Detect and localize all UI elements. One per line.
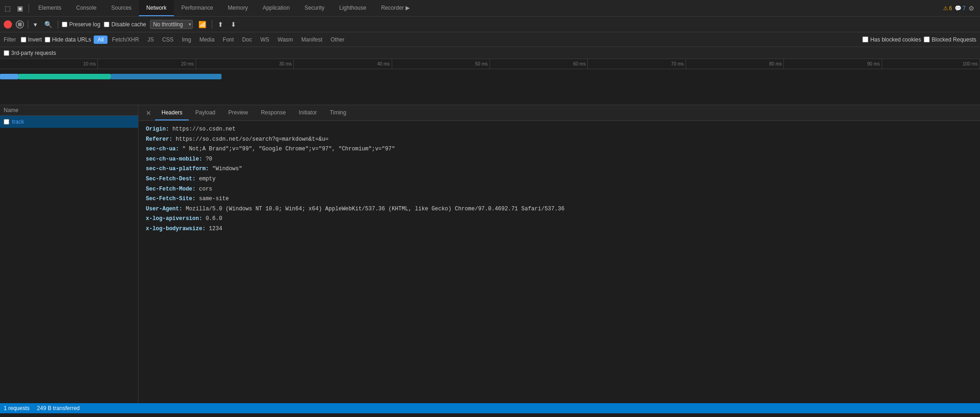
- header-value: https://so.csdn.net/so/search?q=markdown…: [173, 135, 329, 145]
- header-value: " Not;A Brand";v="99", "Google Chrome";v…: [179, 144, 395, 155]
- headers-content: Origin: https://so.csdn.netReferer: http…: [138, 121, 980, 403]
- network-toolbar: ▾ 🔍 Preserve log Disable cache No thrott…: [0, 17, 980, 32]
- type-tab-fetchxhr[interactable]: Fetch/XHR: [108, 36, 143, 44]
- main-tabs: Elements Console Sources Network Perform…: [31, 0, 943, 16]
- tab-application[interactable]: Application: [255, 0, 297, 16]
- toolbar-separator-3: [212, 20, 212, 29]
- header-value: 0.6.0: [202, 214, 222, 224]
- search-icon[interactable]: 🔍: [42, 20, 54, 29]
- header-line: Sec-Fetch-Dest: empty: [146, 174, 973, 185]
- type-tab-font[interactable]: Font: [219, 36, 238, 44]
- tick-50ms: 50 ms: [392, 59, 490, 69]
- filter-icon[interactable]: ▾: [32, 20, 39, 29]
- header-key: sec-ch-ua-mobile:: [146, 155, 202, 165]
- tab-memory[interactable]: Memory: [221, 0, 255, 16]
- detail-tab-preview[interactable]: Preview: [222, 105, 255, 120]
- has-blocked-cookies-label[interactable]: Has blocked cookies: [862, 36, 921, 43]
- tick-70ms: 70 ms: [588, 59, 686, 69]
- left-panel: Name track: [0, 105, 138, 403]
- detail-tab-initiator[interactable]: Initiator: [292, 105, 323, 120]
- invert-checkbox[interactable]: [21, 37, 26, 42]
- devtools-icons: ⬚ ▣: [2, 3, 31, 14]
- requests-count: 1 requests: [4, 405, 30, 411]
- tab-elements[interactable]: Elements: [31, 0, 69, 16]
- settings-icon[interactable]: ⚙: [968, 5, 974, 12]
- header-line: x-log-apiversion: 0.6.0: [146, 214, 973, 224]
- warning-icon: ⚠: [943, 5, 948, 12]
- info-badge[interactable]: 💬 7: [955, 5, 966, 12]
- record-button[interactable]: [4, 20, 12, 29]
- type-tab-media[interactable]: Media: [196, 36, 218, 44]
- invert-text: Invert: [28, 36, 42, 43]
- detail-tab-response[interactable]: Response: [254, 105, 292, 120]
- wifi-icon[interactable]: 📶: [197, 20, 208, 29]
- detail-tab-timing[interactable]: Timing: [323, 105, 353, 120]
- third-party-text: 3rd-party requests: [11, 50, 56, 56]
- inspect-icon[interactable]: ⬚: [2, 3, 13, 14]
- preserve-log-label[interactable]: Preserve log: [62, 21, 100, 28]
- download-icon[interactable]: ⬇: [229, 20, 238, 29]
- header-key: Origin:: [146, 125, 169, 135]
- transferred-size: 249 B transferred: [37, 405, 80, 411]
- type-tab-wasm[interactable]: Wasm: [274, 36, 297, 44]
- warning-count: 6: [949, 5, 952, 12]
- upload-icon[interactable]: ⬆: [216, 20, 225, 29]
- tab-security[interactable]: Security: [297, 0, 332, 16]
- tab-sources[interactable]: Sources: [104, 0, 139, 16]
- header-line: Origin: https://so.csdn.net: [146, 125, 973, 135]
- hide-data-urls-checkbox[interactable]: [45, 37, 50, 42]
- disable-cache-label[interactable]: Disable cache: [104, 21, 146, 28]
- preserve-log-checkbox[interactable]: [62, 22, 67, 27]
- tab-network[interactable]: Network: [139, 0, 174, 16]
- toolbar-separator-2: [58, 20, 58, 29]
- throttle-select[interactable]: No throttling: [150, 20, 193, 29]
- type-tab-other[interactable]: Other: [327, 36, 348, 44]
- detail-tab-headers[interactable]: Headers: [155, 105, 189, 120]
- device-icon[interactable]: ▣: [14, 3, 26, 14]
- header-value: Mozilla/5.0 (Windows NT 10.0; Win64; x64…: [182, 204, 564, 214]
- tab-console[interactable]: Console: [69, 0, 104, 16]
- tab-recorder[interactable]: Recorder ▶: [374, 0, 417, 16]
- request-row[interactable]: track: [0, 116, 138, 128]
- close-button[interactable]: ✕: [142, 107, 155, 119]
- blocked-requests-checkbox[interactable]: [924, 36, 930, 42]
- blocked-requests-text: Blocked Requests: [932, 36, 976, 43]
- filter-label: Filter: [4, 36, 16, 43]
- hide-data-urls-label[interactable]: Hide data URLs: [45, 36, 91, 43]
- type-tab-manifest[interactable]: Manifest: [298, 36, 326, 44]
- blocked-requests-label[interactable]: Blocked Requests: [924, 36, 976, 43]
- type-tab-doc[interactable]: Doc: [239, 36, 256, 44]
- info-count: 7: [962, 5, 966, 12]
- invert-label[interactable]: Invert: [21, 36, 42, 43]
- hide-data-urls-text: Hide data URLs: [52, 36, 91, 43]
- header-value: "Windows": [209, 164, 242, 174]
- header-value: 1234: [206, 224, 222, 234]
- timeline-ruler: 10 ms 20 ms 30 ms 40 ms 50 ms 60 ms 70 m…: [0, 59, 980, 69]
- detail-tab-payload[interactable]: Payload: [189, 105, 221, 120]
- type-tab-js[interactable]: JS: [143, 36, 157, 44]
- header-line: x-log-bodyrawsize: 1234: [146, 224, 973, 234]
- request-name: track: [12, 119, 24, 125]
- type-filter-tabs: All Fetch/XHR JS CSS Img Media Font Doc …: [94, 36, 348, 44]
- header-line: Sec-Fetch-Site: same-site: [146, 194, 973, 204]
- request-row-checkbox[interactable]: [4, 119, 9, 125]
- header-key: Referer:: [146, 135, 173, 145]
- type-tab-all[interactable]: All: [94, 36, 107, 44]
- tab-performance[interactable]: Performance: [174, 0, 221, 16]
- disable-cache-checkbox[interactable]: [104, 22, 109, 27]
- tick-10ms: 10 ms: [0, 59, 98, 69]
- type-tab-css[interactable]: CSS: [158, 36, 177, 44]
- tab-lighthouse[interactable]: Lighthouse: [332, 0, 374, 16]
- warning-badge[interactable]: ⚠ 6: [943, 5, 952, 12]
- header-key: Sec-Fetch-Dest:: [146, 174, 196, 185]
- stop-button[interactable]: [16, 20, 24, 29]
- header-key: User-Agent:: [146, 204, 182, 214]
- bar-waiting: [18, 74, 111, 79]
- type-tab-ws[interactable]: WS: [257, 36, 273, 44]
- has-blocked-cookies-checkbox[interactable]: [862, 36, 868, 42]
- header-key: Sec-Fetch-Site:: [146, 194, 196, 204]
- type-tab-img[interactable]: Img: [178, 36, 195, 44]
- third-party-label[interactable]: 3rd-party requests: [4, 50, 56, 56]
- third-party-checkbox[interactable]: [4, 50, 9, 56]
- throttle-wrapper: No throttling ▾: [150, 20, 193, 29]
